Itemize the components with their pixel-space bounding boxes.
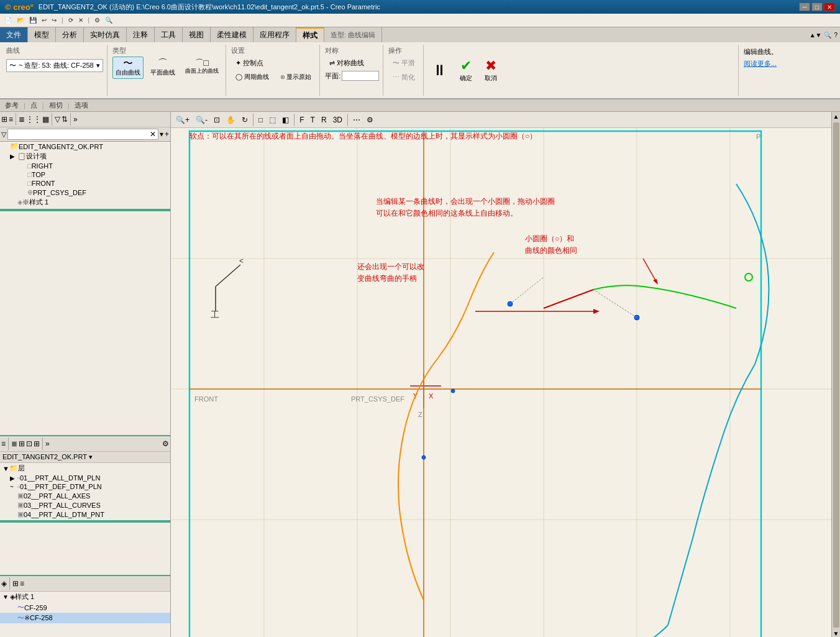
tab-simulation[interactable]: 实时仿真 [84, 27, 127, 42]
close-win-btn[interactable]: ✕ [76, 16, 85, 24]
symmetric-curve-btn[interactable]: ⇌ 对称曲线 [325, 57, 368, 70]
layer-tile-icon[interactable]: ⊞ [19, 439, 25, 448]
layer-item-3[interactable]: ▣ 02__PRT_ALL_AXES [0, 491, 170, 500]
sidebar-sort-icon[interactable]: ⇅ [62, 115, 68, 124]
layer-more-icon[interactable]: » [45, 439, 50, 448]
show-origin-label: 显示原始 [286, 73, 311, 80]
sidebar-filter-icon[interactable]: ▽ [55, 115, 60, 124]
curve-selector[interactable]: 〜 ~ 造型: 53: 曲线: CF-258 ▾ [6, 59, 103, 72]
save-btn[interactable]: 💾 [27, 16, 39, 24]
dropdown-arrow-icon[interactable]: ▾ [96, 62, 100, 70]
minimize-button[interactable]: ─ [799, 2, 810, 11]
layer-icon[interactable]: ≡ [1, 439, 6, 448]
style-item[interactable]: ◈ ※样式 1 [0, 197, 170, 208]
layer-expand2-icon[interactable]: ⊞ [34, 439, 40, 448]
sidebar-tile-icon[interactable]: ▦ [42, 115, 49, 124]
layer-icon-5: ▣ [17, 510, 24, 518]
style-toolbar-icon1[interactable]: ◈ [1, 579, 7, 588]
tab-apps[interactable]: 应用程序 [253, 27, 296, 42]
vertical-scrollbar[interactable]: ▲ ▼ [831, 112, 840, 637]
face-curve-label: 曲面上的曲线 [185, 67, 219, 75]
layer-item-2[interactable]: ~ ▫ 01__PRT_DEF_DTM_PLN [0, 482, 170, 491]
sidebar-grid-icon[interactable]: ⊞ [1, 115, 7, 124]
face-curve-btn[interactable]: ⌒□ 曲面上的曲线 [182, 57, 222, 77]
undo-btn[interactable]: ↩ [40, 16, 48, 24]
layer-label-3: 02__PRT_ALL_AXES [24, 492, 168, 500]
csys-item[interactable]: ⊕ PRT_CSYS_DEF [0, 188, 170, 197]
show-origin-btn[interactable]: ⊙ 显示原始 [276, 71, 316, 83]
sidebar-expand-icon[interactable]: » [73, 115, 78, 124]
simplify-btn[interactable]: ⋯ 简化 [388, 71, 419, 84]
search-btn[interactable]: 🔍 [103, 16, 114, 24]
search-add-icon[interactable]: + [165, 130, 169, 139]
style-toolbar-icon2[interactable]: ⊞ [12, 579, 19, 588]
ribbon-search[interactable]: 🔍 [824, 32, 831, 39]
tab-annotate[interactable]: 注释 [127, 27, 155, 42]
tab-model[interactable]: 模型 [28, 27, 56, 42]
front-item[interactable]: □ FRONT [0, 179, 170, 188]
style-section-item[interactable]: ▼ ◈ 样式 1 [0, 592, 170, 602]
cf-258-item[interactable]: 〜 ※CF-258 [0, 613, 170, 623]
pause-button[interactable]: ⏸ [429, 60, 451, 80]
sidebar-list-icon[interactable]: ≣ [19, 115, 25, 124]
settings-btn[interactable]: ⚙ [93, 16, 102, 24]
layer-selector[interactable]: EDIT_TANGENT2_OK.PRT ▾ [0, 452, 170, 463]
circle-curve-btn[interactable]: ◯ 周期曲线 [231, 71, 273, 83]
tab-curve-edit[interactable]: 造型: 曲线编辑 [324, 27, 382, 42]
tab-tools[interactable]: 工具 [155, 27, 183, 42]
smooth-btn[interactable]: 〜 平滑 [388, 57, 419, 70]
top-icon: □ [27, 171, 32, 178]
layer-item-4[interactable]: ▣ 03__PRT_ALL_CURVES [0, 500, 170, 510]
style-toolbar-icon3[interactable]: ≡ [20, 579, 24, 588]
flat-sym-input[interactable] [342, 71, 379, 81]
search-clear-icon[interactable]: ✕ [150, 130, 156, 139]
control-point-btn[interactable]: ✦ 控制点 [231, 57, 268, 70]
svg-text:P: P [756, 133, 760, 140]
layer-list-icon[interactable]: ≣ [11, 439, 17, 448]
open-btn[interactable]: 📂 [15, 16, 26, 24]
redo-btn[interactable]: ↪ [50, 16, 58, 24]
search-input[interactable] [10, 131, 150, 138]
ribbon-info-panel: 编辑曲线。 阅读更多... [738, 45, 838, 96]
design-item[interactable]: ▶ 📋 设计项 [0, 151, 170, 162]
layer-expand-icon[interactable]: ▼ [2, 465, 9, 472]
scroll-down-btn[interactable]: ▼ [832, 629, 840, 637]
cancel-button[interactable]: ✖ 取消 [481, 57, 501, 84]
tab-analysis[interactable]: 分析 [56, 27, 84, 42]
ribbon-help[interactable]: ? [834, 32, 838, 39]
layer-expand-icon[interactable]: ⊡ [26, 439, 32, 448]
tab-style[interactable]: 样式 [296, 27, 324, 42]
sidebar-list2-icon[interactable]: ⋮⋮ [26, 115, 41, 124]
filter-icon[interactable]: ▽ [1, 131, 6, 139]
ops-label: 操作 [388, 46, 419, 55]
flat-curve-icon: ⌒ [158, 58, 168, 68]
search-dropdown-icon[interactable]: ▾ [160, 130, 163, 139]
tab-file[interactable]: 文件 [0, 27, 28, 42]
cf-259-item[interactable]: 〜 CF-259 [0, 602, 170, 613]
tab-flex[interactable]: 柔性建模 [211, 27, 253, 42]
flat-curve-btn[interactable]: ⌒ 平面曲线 [147, 57, 178, 79]
smooth-icon: 〜 [393, 59, 399, 66]
regen-btn[interactable]: ⟳ [66, 16, 75, 24]
ribbon-arrow-up[interactable]: ▲▼ [810, 32, 822, 39]
sidebar-top-toolbar: ⊞ ≡ ≣ ⋮⋮ ▦ ▽ ⇅ » [0, 112, 170, 127]
layer-item-5[interactable]: ▣ 04__PRT_ALL_DTM_PNT [0, 510, 170, 519]
search-box[interactable]: ✕ [7, 129, 158, 140]
close-button[interactable]: ✕ [824, 2, 835, 11]
scroll-thumb[interactable] [833, 122, 839, 628]
symmetric-group: 对称 ⇌ 对称曲线 平面: [321, 45, 383, 96]
model-root-item[interactable]: 📁 EDIT_TANGENT2_OK.PRT [0, 142, 170, 151]
sidebar-layers-icon[interactable]: ≡ [9, 115, 13, 124]
right-item[interactable]: □ RIGHT [0, 162, 170, 170]
scroll-up-btn[interactable]: ▲ [832, 112, 840, 121]
read-more-link[interactable]: 阅读更多... [744, 59, 833, 68]
tab-view[interactable]: 视图 [183, 27, 211, 42]
confirm-button[interactable]: ✔ 确定 [456, 57, 476, 84]
new-btn[interactable]: 📄 [2, 16, 14, 24]
maximize-button[interactable]: □ [811, 2, 823, 11]
layer-item-1[interactable]: ▶ ▫ 01__PRT_ALL_DTM_PLN [0, 474, 170, 482]
layer-settings-icon[interactable]: ⚙ [162, 439, 169, 448]
expand-icon: ▶ [10, 475, 17, 482]
free-curve-btn[interactable]: 〜 自由曲线 [112, 57, 144, 79]
top-item[interactable]: □ TOP [0, 170, 170, 179]
